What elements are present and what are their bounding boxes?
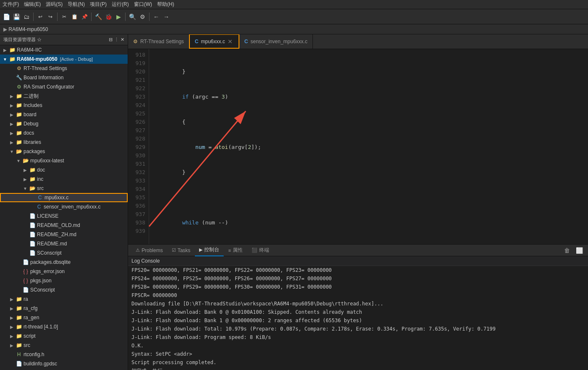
tree-item-board[interactable]: ▶ 📁 board (0, 110, 128, 119)
menu-help[interactable]: 帮助(H) (157, 1, 174, 8)
tree-item-includes[interactable]: ▶ 📁 Includes (0, 101, 128, 110)
toolbar-debug[interactable]: 🐞 (104, 12, 113, 21)
tree-item-pkgs-json[interactable]: { } pkgs.json (0, 276, 128, 285)
toolbar-settings[interactable]: ⚙ (138, 12, 147, 21)
tree-item-readme[interactable]: 📄 README.md (0, 239, 128, 248)
toolbar-build[interactable]: 🔨 (94, 12, 103, 21)
bottom-tabs-bar: ⚠ Problems ☑ Tasks ▶ 控制台 ≡ 属性 (128, 245, 588, 256)
toolbar-back[interactable]: ← (152, 12, 161, 21)
tree-item-rt-thread[interactable]: ▶ 📁 rt-thread [4.1.0] (0, 322, 128, 331)
editor-area: ⚙ RT-Thread Settings C mpu6xxx.c ✕ C sen… (128, 34, 588, 370)
tree-item-ra-smart-configurator[interactable]: ⚙ RA Smart Configurator (0, 82, 128, 91)
console-label: 控制台 (204, 246, 219, 253)
tree-item-ra[interactable]: ▶ 📁 ra (0, 294, 128, 304)
tab-properties[interactable]: ≡ 属性 (224, 245, 247, 256)
clear-console-btn[interactable]: 🗑 (562, 246, 572, 255)
log-line: Syntax: SetPC <addr> (128, 350, 588, 358)
tree-item-src2[interactable]: ▶ 📁 src (0, 341, 128, 350)
log-lines: FPS20= 00000000, FPS21= 00000000, FPS22=… (128, 266, 588, 370)
tree-item-mpu6xxx-c[interactable]: C mpu6xxx.c (0, 193, 128, 202)
code-editor[interactable]: 918 919 920 921 922 923 924 925 926 927 … (128, 49, 588, 244)
tab-tasks[interactable]: ☑ Tasks (168, 245, 195, 256)
problems-icon: ⚠ (136, 248, 140, 253)
log-line: O.K. (128, 341, 588, 350)
tree-item-ra-cfg[interactable]: ▶ 📁 ra_cfg (0, 304, 128, 313)
menu-source[interactable]: 源码(S) (46, 1, 63, 8)
toolbar-cut[interactable]: ✂ (60, 12, 69, 21)
tree-item-packages-dbsqlite[interactable]: 📄 packages.dbsqlite (0, 258, 128, 267)
menubar: 文件(F) 编辑(E) 源码(S) 导航(N) 项目(P) 运行(R) 窗口(W… (0, 0, 588, 9)
bottom-content: Log Console FPS20= 00000000, FPS21= 0000… (128, 256, 588, 370)
menu-window[interactable]: 窗口(W) (134, 1, 152, 8)
tree-item-script[interactable]: ▶ 📁 script (0, 331, 128, 341)
tab-rt-thread-settings[interactable]: ⚙ RT-Thread Settings (128, 34, 189, 49)
toolbar-redo[interactable]: ↪ (46, 12, 55, 21)
toolbar-paste[interactable]: 📌 (80, 12, 89, 21)
toolbar-undo[interactable]: ↩ (36, 12, 45, 21)
menu-nav[interactable]: 导航(N) (68, 1, 85, 8)
tree-item-packages[interactable]: ▼ 📂 packages (0, 147, 128, 156)
toolbar-search[interactable]: 🔍 (128, 12, 137, 21)
tab-sensor-inven[interactable]: C sensor_inven_mpu6xxx.c (239, 34, 313, 49)
tree-item-inc[interactable]: ▶ 📁 inc (0, 175, 128, 184)
sidebar-menu-btn[interactable]: ⋮ (114, 37, 119, 42)
tree-item-docs[interactable]: ▶ 📁 docs (0, 128, 128, 138)
menu-edit[interactable]: 编辑(E) (24, 1, 41, 8)
tree-item-src[interactable]: ▼ 📂 src (0, 184, 128, 193)
log-line: FPS20= 00000000, FPS21= 00000000, FPS22=… (128, 266, 588, 274)
toolbar-save[interactable]: 💾 (12, 12, 21, 21)
tasks-label: Tasks (178, 248, 191, 253)
console-icon: ▶ (199, 247, 202, 253)
tab-problems[interactable]: ⚠ Problems (131, 245, 168, 256)
tree-item-debug[interactable]: ▶ 📁 Debug (0, 119, 128, 128)
tree-item-buildinfo[interactable]: 📄 buildinfo.gpdsc (0, 359, 128, 368)
tree-item-ra-gen[interactable]: ▶ 📁 ra_gen (0, 313, 128, 322)
toolbar-save-all[interactable]: 🗂 (22, 12, 31, 21)
menu-project[interactable]: 项目(P) (90, 1, 107, 8)
tree-item-mpu6xxx-latest[interactable]: ▼ 📂 mpu6xxx-latest (0, 156, 128, 165)
toolbar-forward[interactable]: → (162, 12, 171, 21)
toolbar-new[interactable]: 📄 (2, 12, 11, 21)
tab-mpu6xxx-close[interactable]: ✕ (228, 38, 233, 45)
tree-item-sconscript-pkg[interactable]: 📄 SConscript (0, 285, 128, 294)
log-header: Log Console (128, 256, 588, 266)
tree-item-sconscript-mpu[interactable]: 📄 SConscript (0, 248, 128, 258)
toolbar-run[interactable]: ▶ (114, 12, 123, 21)
code-lines: } if (argc == 3) { num = atoi(argv[2]); … (149, 49, 588, 244)
sidebar-close-btn[interactable]: ✕ (121, 37, 124, 42)
tree-item-sensor-inven[interactable]: C sensor_inven_mpu6xxx.c (0, 202, 128, 211)
bottom-panel: ⚠ Problems ☑ Tasks ▶ 控制台 ≡ 属性 (128, 244, 588, 370)
tree-item-readme-old[interactable]: 📄 README_OLD.md (0, 221, 128, 230)
menu-file[interactable]: 文件(F) (3, 1, 19, 8)
tab-sensor-icon: C (244, 39, 248, 44)
log-line: 初完成, 执行... (128, 367, 588, 370)
sidebar-collapse-btn[interactable]: ⊟ (109, 37, 113, 42)
tree-item-ra6m4-mpu6050[interactable]: ▼ 📁 RA6M4-mpu6050 [Active - Debug] (0, 55, 128, 64)
tree-item-doc[interactable]: ▶ 📁 doc (0, 165, 128, 175)
tree-item-board-information[interactable]: 🔧 Board Information (0, 73, 128, 82)
menu-run[interactable]: 运行(R) (112, 1, 129, 8)
tree-item-二进制[interactable]: ▶ 📁 二进制 (0, 91, 128, 101)
main-layout: 项目资源管理器 ☆ ⊟ ⋮ ✕ ▶ 📁 RA6M4-IIC ▼ 📁 RA6M4-… (0, 34, 588, 370)
tree-item-libraries[interactable]: ▶ 📁 libraries (0, 138, 128, 147)
properties-icon: ≡ (228, 248, 231, 253)
sidebar-title: 项目资源管理器 ☆ (3, 36, 42, 43)
maximize-console-btn[interactable]: ⬜ (574, 246, 585, 255)
tree-item-configuration-xml[interactable]: 📄 configuration.xml (0, 368, 128, 370)
log-line: J-Link: Flash download: Program speed: 8… (128, 333, 588, 341)
log-line: FPS28= 00000000, FPS29= 00000000, FPS30=… (128, 283, 588, 291)
tree-item-license[interactable]: 📄 LICENSE (0, 211, 128, 221)
tree-item-ra6m4-iic[interactable]: ▶ 📁 RA6M4-IIC (0, 45, 128, 55)
tree-item-rt-thread-settings[interactable]: ⚙ RT-Thread Settings (0, 64, 128, 73)
tree-item-pkgs-error[interactable]: { } pkgs_error.json (0, 267, 128, 276)
tab-terminal[interactable]: ⬛ 终端 (247, 245, 274, 256)
tab-console[interactable]: ▶ 控制台 (195, 245, 224, 256)
toolbar: 📄 💾 🗂 ↩ ↪ ✂ 📋 📌 🔨 🐞 ▶ 🔍 ⚙ ← → (0, 9, 588, 24)
tree-item-rtconfig[interactable]: H rtconfig.h (0, 350, 128, 359)
problems-label: Problems (142, 248, 163, 253)
log-line: J-Link: Flash download: Bank 1 @ 0x00000… (128, 316, 588, 325)
tree-item-readme-zh[interactable]: 📄 README_ZH.md (0, 230, 128, 239)
tab-mpu6xxx-c[interactable]: C mpu6xxx.c ✕ (189, 34, 239, 49)
toolbar-copy[interactable]: 📋 (70, 12, 79, 21)
log-line: FPS24= 00000000, FPS25= 00000000, FPS26=… (128, 274, 588, 283)
